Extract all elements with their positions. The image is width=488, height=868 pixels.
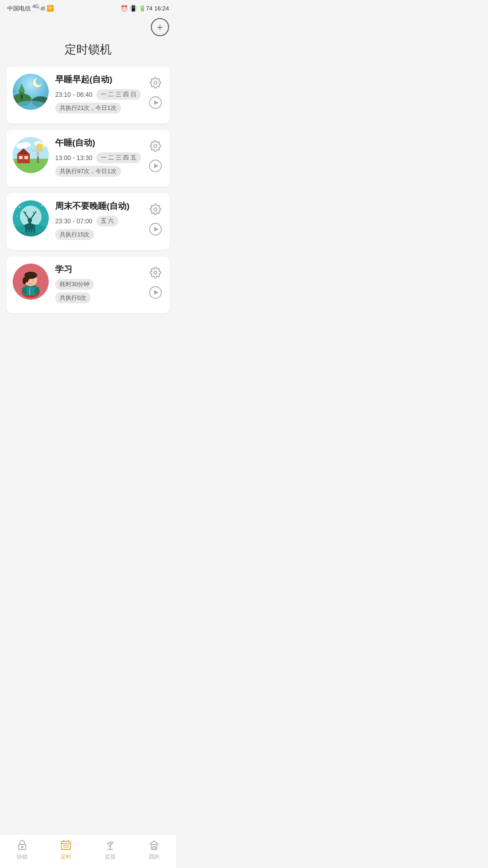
card-stat-2: 共执行97次，今日1次 xyxy=(55,166,121,177)
card-content-2: 午睡(自动) 13:00 - 13:30 一 二 三 四 五 共执行97次，今日… xyxy=(55,137,141,179)
card-avatar-1 xyxy=(13,74,49,110)
cards-list: 早睡早起(自动) 23:10 - 06:40 一 二 三 四 日 共执行21次，… xyxy=(0,66,176,313)
play-button-4[interactable] xyxy=(147,284,164,301)
card-study: 学习 耗时30分钟 共执行0次 xyxy=(6,256,170,313)
svg-point-68 xyxy=(23,277,26,284)
card-stat-4: 共执行0次 xyxy=(55,292,91,303)
settings-button-3[interactable] xyxy=(147,201,164,217)
card-time-2: 13:00 - 13:30 xyxy=(55,154,93,161)
time-display: 16:24 xyxy=(154,5,169,12)
svg-point-56 xyxy=(44,213,45,214)
card-time-3: 23:30 - 07:00 xyxy=(55,217,93,225)
card-nap: 午睡(自动) 13:00 - 13:30 一 二 三 四 五 共执行97次，今日… xyxy=(6,130,170,187)
battery-icon: 🔋74 xyxy=(139,5,152,12)
vibrate-icon: 📳 xyxy=(130,5,137,12)
svg-point-57 xyxy=(17,216,18,217)
svg-rect-51 xyxy=(28,228,30,233)
card-actions-2 xyxy=(147,137,164,174)
header: ＋ xyxy=(0,14,176,38)
svg-point-55 xyxy=(42,205,43,207)
add-button[interactable]: ＋ xyxy=(151,18,169,36)
svg-point-3 xyxy=(36,78,43,85)
svg-point-6 xyxy=(14,101,47,110)
svg-point-16 xyxy=(22,142,31,147)
play-button-2[interactable] xyxy=(147,158,164,174)
settings-button-2[interactable] xyxy=(147,138,164,154)
settings-button-4[interactable] xyxy=(147,264,164,281)
play-button-1[interactable] xyxy=(147,94,164,111)
settings-button-1[interactable] xyxy=(147,75,164,91)
card-actions-4 xyxy=(147,264,164,301)
carrier-signal: 中国电信 4G·ıll 🛜 xyxy=(7,4,54,13)
svg-point-58 xyxy=(154,208,157,211)
svg-point-31 xyxy=(154,145,157,148)
card-title-4: 学习 xyxy=(55,264,141,275)
svg-marker-77 xyxy=(154,290,159,295)
svg-point-10 xyxy=(154,81,157,85)
play-button-3[interactable] xyxy=(147,221,164,237)
plus-icon: ＋ xyxy=(155,20,165,34)
page-title: 定时锁机 xyxy=(0,38,176,66)
card-early-sleep: 早睡早起(自动) 23:10 - 06:40 一 二 三 四 日 共执行21次，… xyxy=(6,66,170,123)
svg-point-70 xyxy=(32,280,33,282)
svg-point-75 xyxy=(154,271,157,274)
card-title-2: 午睡(自动) xyxy=(55,137,141,149)
svg-point-41 xyxy=(28,218,32,222)
card-days-1: 一 二 三 四 日 xyxy=(96,89,141,100)
card-title-3: 周末不要晚睡(自动) xyxy=(55,200,141,212)
svg-marker-60 xyxy=(154,227,159,231)
status-bar: 中国电信 4G·ıll 🛜 ⏰ 📳 🔋74 16:24 xyxy=(0,0,176,14)
card-content-3: 周末不要晚睡(自动) 23:30 - 07:00 五 六 共执行15次 xyxy=(55,200,141,243)
svg-point-54 xyxy=(19,207,20,208)
card-time-1: 23:10 - 06:40 xyxy=(55,91,93,98)
card-actions-1 xyxy=(147,74,164,111)
svg-marker-33 xyxy=(154,164,159,168)
card-title-1: 早睡早起(自动) xyxy=(55,74,141,85)
svg-rect-23 xyxy=(19,156,23,159)
alarm-icon: ⏰ xyxy=(121,5,128,12)
card-actions-3 xyxy=(147,200,164,237)
svg-marker-12 xyxy=(154,100,159,105)
card-stat-1: 共执行21次，今日1次 xyxy=(55,103,121,113)
svg-point-69 xyxy=(28,280,30,282)
card-content-4: 学习 耗时30分钟 共执行0次 xyxy=(55,264,141,306)
card-avatar-3 xyxy=(13,200,49,236)
card-stat2-4: 耗时30分钟 xyxy=(55,279,94,290)
card-avatar-2 xyxy=(13,137,49,173)
svg-rect-50 xyxy=(25,228,27,233)
card-stat-3: 共执行15次 xyxy=(55,229,94,240)
svg-rect-24 xyxy=(24,156,28,159)
card-content-1: 早睡早起(自动) 23:10 - 06:40 一 二 三 四 日 共执行21次，… xyxy=(55,74,141,116)
card-weekend: 周末不要晚睡(自动) 23:30 - 07:00 五 六 共执行15次 xyxy=(6,193,170,250)
svg-rect-52 xyxy=(31,228,33,233)
card-days-2: 一 二 三 四 五 xyxy=(96,152,141,163)
svg-rect-53 xyxy=(33,228,35,233)
card-days-3: 五 六 xyxy=(96,216,119,226)
card-avatar-4 xyxy=(13,264,49,300)
